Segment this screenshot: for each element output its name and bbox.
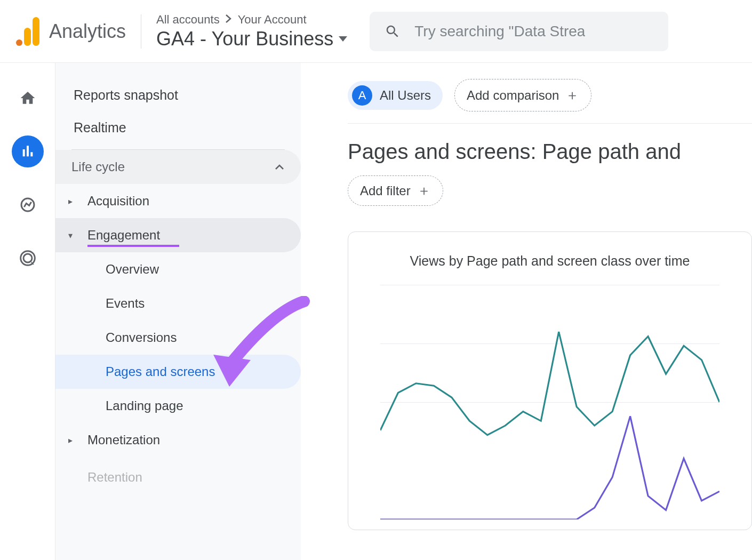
dropdown-triangle-icon	[339, 36, 347, 42]
add-comparison-label: Add comparison	[467, 88, 559, 103]
highlight-underline	[87, 245, 179, 247]
add-filter-button[interactable]: Add filter ＋	[348, 175, 443, 206]
sidebar-acquisition[interactable]: ▸ Acquisition	[55, 184, 301, 218]
sidebar-landing-page[interactable]: Landing page	[55, 389, 301, 423]
search-icon	[385, 23, 401, 39]
home-icon[interactable]	[12, 82, 44, 114]
analytics-logo-icon	[16, 17, 39, 46]
engagement-label: Engagement	[87, 228, 160, 243]
breadcrumb-account: Your Account	[238, 13, 307, 27]
sidebar-events[interactable]: Events	[55, 286, 301, 321]
segment-badge: A	[352, 85, 372, 106]
property-name: GA4 - Your Business	[156, 28, 333, 50]
add-filter-label: Add filter	[360, 183, 411, 198]
segment-all-users[interactable]: A All Users	[348, 81, 443, 110]
chart-card: Views by Page path and screen class over…	[348, 231, 752, 530]
arrow-right-icon: ▸	[68, 435, 78, 445]
segment-row: A All Users Add comparison ＋	[348, 79, 752, 124]
add-comparison-button[interactable]: Add comparison ＋	[454, 79, 591, 111]
acquisition-label: Acquisition	[87, 194, 149, 209]
sidebar-conversions[interactable]: Conversions	[55, 321, 301, 355]
app-header: Analytics All accounts Your Account GA4 …	[0, 0, 752, 63]
reports-icon[interactable]	[12, 135, 44, 167]
sidebar-pages-screens[interactable]: Pages and screens	[55, 355, 301, 389]
search-box[interactable]: Try searching "Data Strea	[370, 12, 668, 51]
plus-icon: ＋	[565, 86, 579, 105]
line-chart	[380, 285, 719, 519]
main-content: A All Users Add comparison ＋ Pages and s…	[301, 63, 752, 560]
sidebar-engagement[interactable]: ▾ Engagement	[55, 218, 301, 252]
account-selector[interactable]: All accounts Your Account GA4 - Your Bus…	[156, 13, 347, 50]
icon-rail	[0, 63, 55, 560]
report-title: Pages and screens: Page path and	[348, 140, 752, 164]
chart-title: Views by Page path and screen class over…	[380, 253, 719, 269]
advertising-icon[interactable]	[12, 242, 44, 274]
logo-section: Analytics	[16, 17, 126, 46]
explore-icon[interactable]	[12, 189, 44, 221]
breadcrumb: All accounts Your Account	[156, 13, 347, 27]
segment-label: All Users	[380, 88, 431, 103]
arrow-right-icon: ▸	[68, 196, 78, 206]
life-cycle-label: Life cycle	[71, 159, 125, 174]
chart-area	[380, 285, 719, 519]
property-selector[interactable]: GA4 - Your Business	[156, 28, 347, 50]
sidebar-reports-snapshot[interactable]: Reports snapshot	[55, 79, 301, 111]
product-name: Analytics	[49, 20, 126, 43]
report-sidebar: Reports snapshot Realtime Life cycle ▸ A…	[55, 63, 301, 560]
arrow-down-icon: ▾	[68, 230, 78, 241]
sidebar-realtime[interactable]: Realtime	[55, 111, 301, 144]
retention-label: Retention	[87, 470, 142, 485]
search-placeholder: Try searching "Data Strea	[414, 23, 585, 40]
header-divider	[141, 14, 141, 49]
sidebar-overview[interactable]: Overview	[55, 252, 301, 286]
sidebar-life-cycle[interactable]: Life cycle	[55, 150, 301, 184]
sidebar-retention[interactable]: Retention	[55, 460, 301, 494]
chevron-right-icon	[225, 13, 233, 27]
plus-icon: ＋	[417, 181, 431, 200]
sidebar-monetization[interactable]: ▸ Monetization	[55, 423, 301, 457]
chevron-up-icon	[274, 159, 285, 174]
breadcrumb-accounts: All accounts	[156, 13, 220, 27]
monetization-label: Monetization	[87, 433, 160, 447]
